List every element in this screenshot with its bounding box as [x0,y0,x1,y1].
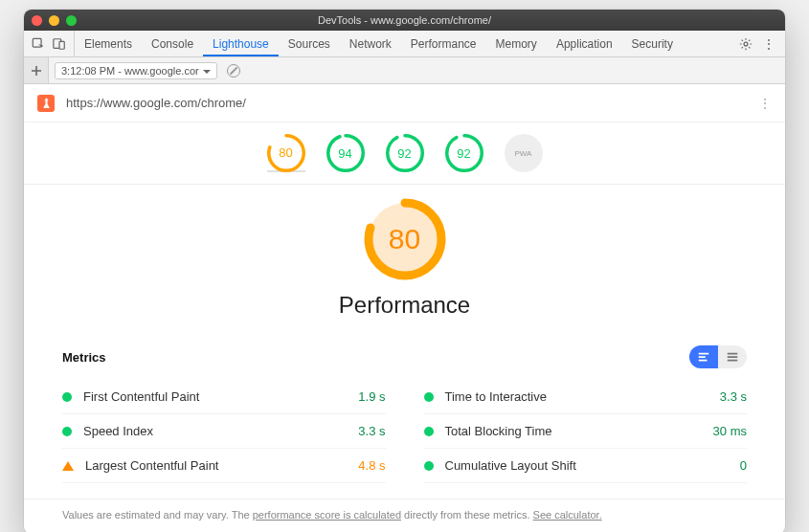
circle-icon [424,427,434,436]
tab-elements[interactable]: Elements [75,31,142,56]
metric-row: Largest Contentful Paint4.8 s [62,449,386,483]
metrics-view-toggle [689,345,747,368]
triangle-icon [62,461,74,471]
performance-title: Performance [24,292,785,319]
tab-network[interactable]: Network [340,31,401,56]
device-toggle-icon[interactable] [53,37,66,51]
view-detailed-button[interactable] [689,345,718,368]
metric-row: First Contentful Paint1.9 s [62,380,386,414]
tab-lighthouse[interactable]: Lighthouse [203,31,279,56]
tab-sources[interactable]: Sources [279,31,340,56]
metric-name: First Contentful Paint [83,389,358,404]
metric-row: Total Blocking Time30 ms [424,414,748,449]
tab-application[interactable]: Application [547,31,622,56]
footnote-text2: directly from these metrics. [401,509,533,521]
performance-section: 80 Performance [24,185,785,336]
metric-value: 30 ms [713,424,747,438]
report-url-row: https://www.google.com/chrome/ ⋮ [24,84,785,122]
metric-value: 3.3 s [358,424,385,438]
lighthouse-icon [37,95,55,112]
report-url: https://www.google.com/chrome/ [66,96,246,110]
tab-console[interactable]: Console [142,31,203,56]
category-gauges: 80 94 92 92PWA [24,126,785,180]
metric-name: Cumulative Layout Shift [445,458,740,473]
titlebar: DevTools - www.google.com/chrome/ [24,10,785,31]
metric-name: Total Blocking Time [445,424,713,438]
category-gauge-1[interactable]: 94 [326,134,365,172]
metric-value: 4.8 s [358,458,385,473]
window-traffic-lights [32,15,77,26]
report-selector[interactable]: 3:12:08 PM - www.google.cor [55,62,217,79]
metrics-heading: Metrics [62,350,106,365]
svg-rect-2 [59,41,64,49]
metric-row: Speed Index3.3 s [62,414,386,449]
circle-icon [424,392,434,402]
score-calc-link[interactable]: performance score is calculated [253,509,401,521]
clear-icon[interactable] [227,64,240,78]
circle-icon [62,392,72,402]
circle-icon [62,427,72,436]
tab-security[interactable]: Security [622,31,683,56]
metric-value: 1.9 s [358,389,385,404]
metric-row: Time to Interactive3.3 s [424,380,748,414]
metric-name: Speed Index [83,424,358,438]
metric-value: 3.3 s [720,389,747,404]
pwa-badge[interactable]: PWA [505,134,543,172]
view-compact-button[interactable] [718,345,747,368]
footnote-text: Values are estimated and may vary. The [62,509,253,521]
circle-icon [424,461,434,471]
metric-value: 0 [740,458,747,473]
see-calculator-link[interactable]: See calculator. [533,509,602,521]
close-window-button[interactable] [32,15,42,26]
category-gauge-0[interactable]: 80 [267,134,305,172]
performance-score: 80 [362,196,448,282]
metric-row: Cumulative Layout Shift0 [424,449,748,483]
category-gauge-2[interactable]: 92 [386,134,424,172]
devtools-tabbar: ElementsConsoleLighthouseSourcesNetworkP… [24,31,785,57]
lighthouse-toolbar: 3:12:08 PM - www.google.cor [24,57,785,84]
kebab-icon[interactable]: ⋮ [762,37,775,51]
metrics-footnote: Values are estimated and may vary. The p… [24,499,785,532]
metrics-section: Metrics First Contentful Paint1.9 sTime … [24,336,785,499]
metric-name: Time to Interactive [445,389,720,404]
devtools-window: DevTools - www.google.com/chrome/ Elemen… [24,10,785,532]
tab-memory[interactable]: Memory [486,31,547,56]
tab-performance[interactable]: Performance [401,31,486,56]
category-gauge-3[interactable]: 92 [445,134,483,172]
new-report-button[interactable] [24,57,49,83]
svg-point-3 [744,42,748,46]
performance-gauge: 80 [362,196,448,282]
zoom-window-button[interactable] [66,15,77,26]
metric-name: Largest Contentful Paint [85,458,358,473]
report-menu-icon[interactable]: ⋮ [758,96,772,111]
inspect-icon[interactable] [32,37,45,51]
window-title: DevTools - www.google.com/chrome/ [24,14,785,26]
gear-icon[interactable] [739,37,753,51]
minimize-window-button[interactable] [49,15,59,26]
